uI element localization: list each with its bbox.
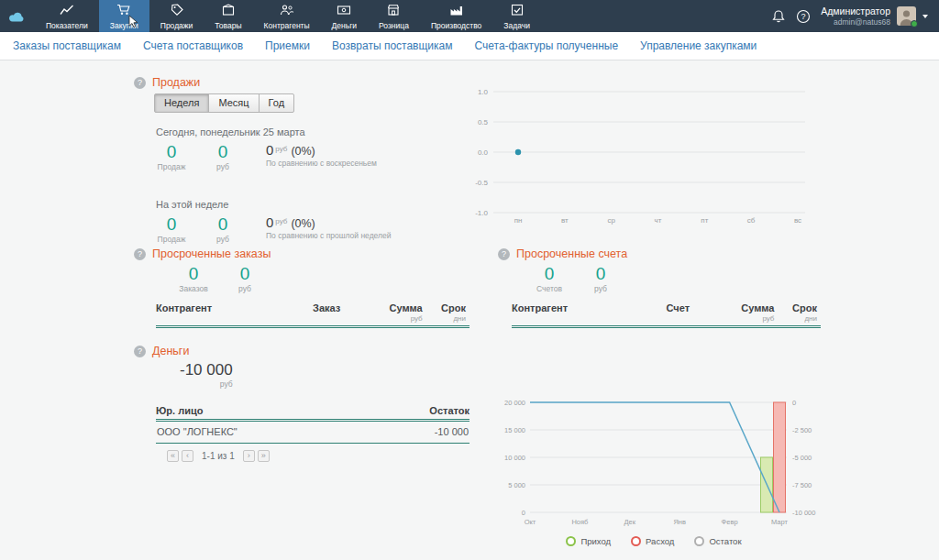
svg-text:-10 000: -10 000 (792, 509, 815, 517)
overdue-orders-sum: 0 руб (224, 264, 266, 293)
money-section: ? Деньги -10 000 руб Юр. лицо Остаток ОО… (134, 345, 470, 462)
tab-week[interactable]: Неделя (154, 93, 209, 113)
sales-help-icon[interactable]: ? (134, 77, 146, 89)
svg-text:Дек: Дек (624, 518, 636, 526)
svg-text:Март: Март (771, 518, 789, 526)
user-text: Администратор admin@natus68 (821, 5, 890, 27)
sales-chart-canvas: 1.00.50.0-0.5-1.0пнвтсрчтптсбвс (458, 81, 811, 227)
pagination: « ‹ 1-1 из 1 › » (167, 450, 470, 462)
overdue-invoices-stats: 0 Счетов 0 руб (512, 264, 821, 293)
column-sum: Сумма руб (379, 302, 423, 323)
money-section-title: Деньги (152, 345, 189, 357)
nav-item-production[interactable]: Производство (420, 0, 492, 32)
column-contractor: Контрагент (156, 302, 313, 313)
tasks-checkbox-icon (510, 3, 525, 19)
pager-last-button[interactable]: » (258, 450, 270, 462)
svg-text:Янв: Янв (673, 518, 686, 526)
notifications-bell-icon[interactable] (771, 9, 786, 24)
nav-item-purchases[interactable]: Закупки (99, 0, 149, 32)
nav-item-retail[interactable]: Розница (368, 0, 420, 32)
svg-text:1.0: 1.0 (478, 88, 489, 96)
income-legend-dot (566, 536, 576, 546)
production-factory-icon (449, 3, 464, 19)
today-heading: Сегодня, понедельник 25 марта (156, 126, 482, 137)
column-contractor: Контрагент (512, 302, 667, 313)
subnav-supplier-returns[interactable]: Возвраты поставщикам (332, 39, 453, 52)
cloud-logo-icon (7, 10, 28, 23)
nav-item-indicators[interactable]: Показатели (35, 0, 99, 32)
money-table-row[interactable]: ООО "ЛОГНЕКС" -10 000 (156, 422, 470, 444)
column-order: Заказ (313, 302, 379, 313)
svg-text:0.5: 0.5 (478, 118, 489, 126)
overdue-invoices-title: Просроченные счета (516, 247, 627, 260)
sales-tag-icon (170, 3, 184, 19)
subnav-supplier-invoices[interactable]: Счета поставщиков (143, 39, 243, 52)
legal-entity-cell[interactable]: ООО "ЛОГНЕКС" (157, 426, 238, 437)
pager-first-button[interactable]: « (167, 450, 179, 462)
user-menu[interactable]: Администратор admin@natus68 (821, 5, 928, 27)
overdue-invoices-table-header: Контрагент Счет Сумма руб Срок дни (512, 302, 821, 328)
tab-year[interactable]: Год (259, 93, 295, 113)
main-nav: Показатели Закупки Продажи Товары Контра… (35, 0, 541, 32)
overdue-orders-help-icon[interactable]: ? (134, 248, 146, 260)
nav-item-tasks[interactable]: Задачи (492, 0, 541, 32)
svg-text:-0.5: -0.5 (475, 179, 488, 187)
svg-text:0.0: 0.0 (478, 148, 489, 157)
svg-text:?: ? (801, 12, 806, 21)
retail-store-icon (386, 3, 401, 19)
overdue-orders-table-header: Контрагент Заказ Сумма руб Срок дни (156, 302, 470, 328)
nav-item-money[interactable]: Деньги (321, 0, 368, 32)
subnav-supplier-orders[interactable]: Заказы поставщикам (13, 39, 121, 52)
today-comparison: 0руб(0%) По сравнению с воскресеньем (266, 142, 377, 168)
subnav-received-vat-invoices[interactable]: Счета-фактуры полученные (475, 39, 619, 52)
subnav-purchase-management[interactable]: Управление закупками (640, 39, 757, 52)
legend-item-balance: Остаток (694, 536, 741, 546)
svg-text:-2 500: -2 500 (792, 426, 812, 434)
overdue-invoices-help-icon[interactable]: ? (498, 248, 510, 260)
avatar (897, 6, 916, 26)
column-sum: Сумма руб (731, 302, 774, 323)
online-status-dot (911, 20, 918, 27)
goods-box-icon (221, 3, 236, 19)
svg-text:10 000: 10 000 (504, 454, 525, 462)
today-stats: 0 Продаж 0 руб 0руб(0%) По сравнению с в… (134, 142, 482, 171)
purchases-cart-icon (116, 3, 131, 19)
svg-text:Окт: Окт (525, 518, 536, 526)
overdue-invoices-count: 0 Счетов (528, 264, 570, 293)
sales-section: ? Продажи Неделя Месяц Год Сегодня, поне… (134, 76, 482, 271)
money-banknote-icon (337, 3, 351, 19)
topbar-right: ? Администратор admin@natus68 (771, 0, 939, 32)
topbar: Показатели Закупки Продажи Товары Контра… (0, 0, 939, 32)
money-monthly-chart: 20 000015 000-2 50010 000-5 0005 000-7 5… (484, 396, 823, 554)
pager-prev-button[interactable]: ‹ (182, 450, 193, 462)
pager-next-button[interactable]: › (243, 450, 255, 462)
overdue-orders-title: Просроченные заказы (152, 247, 271, 260)
svg-text:20 000: 20 000 (504, 399, 525, 407)
overdue-invoices-sum: 0 руб (580, 264, 622, 293)
money-help-icon[interactable]: ? (134, 346, 146, 357)
svg-text:-5 000: -5 000 (792, 454, 812, 462)
week-sales-sum: 0 руб (202, 214, 244, 244)
nav-item-goods[interactable]: Товары (204, 0, 252, 32)
svg-text:вт: вт (561, 216, 569, 225)
legend-item-expense: Расход (631, 536, 674, 546)
nav-item-sales[interactable]: Продажи (149, 0, 204, 32)
svg-text:Нояб: Нояб (571, 518, 588, 526)
column-legal-entity: Юр. лицо (156, 405, 203, 416)
nav-item-contractors[interactable]: Контрагенты (253, 0, 321, 32)
money-chart-legend: Приход Расход Остаток (484, 536, 823, 546)
svg-text:-1.0: -1.0 (475, 209, 488, 217)
help-circle-icon[interactable]: ? (796, 9, 811, 24)
svg-text:сб: сб (747, 216, 756, 225)
today-sales-sum: 0 руб (202, 142, 244, 171)
svg-text:-7 500: -7 500 (792, 481, 812, 489)
subnav-receivings[interactable]: Приемки (265, 39, 310, 52)
svg-text:ср: ср (607, 216, 615, 225)
tab-month[interactable]: Месяц (208, 93, 259, 113)
money-total: -10 000 руб (180, 361, 233, 389)
overdue-orders-count: 0 Заказов (172, 264, 215, 293)
user-name: Администратор (821, 5, 890, 17)
column-balance: Остаток (429, 405, 470, 416)
app-logo[interactable] (0, 0, 35, 32)
money-chart-canvas: 20 000015 000-2 50010 000-5 0005 000-7 5… (484, 396, 823, 530)
